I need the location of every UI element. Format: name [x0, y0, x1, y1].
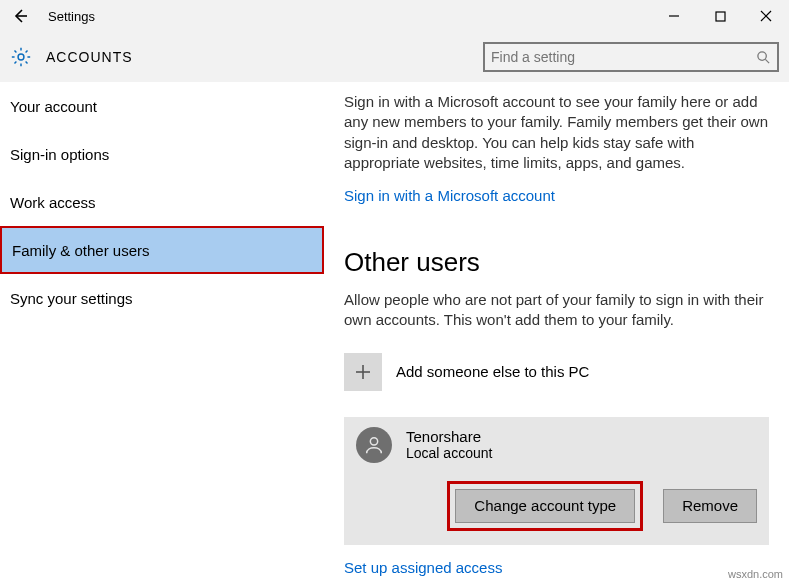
assigned-access-link[interactable]: Set up assigned access — [344, 559, 502, 576]
close-button[interactable] — [743, 0, 789, 32]
sidebar-item-label: Family & other users — [12, 242, 150, 259]
svg-line-6 — [765, 59, 769, 63]
avatar — [356, 427, 392, 463]
header: ACCOUNTS — [0, 32, 789, 82]
titlebar: Settings — [0, 0, 789, 32]
gear-icon — [8, 44, 34, 70]
search-box[interactable] — [483, 42, 779, 72]
sidebar-item-label: Sign-in options — [10, 146, 109, 163]
section-title: ACCOUNTS — [46, 49, 133, 65]
close-icon — [760, 10, 772, 22]
user-summary: Tenorshare Local account — [356, 427, 757, 463]
content: Your account Sign-in options Work access… — [0, 82, 789, 582]
sidebar-item-sync-settings[interactable]: Sync your settings — [0, 274, 324, 322]
minimize-icon — [668, 10, 680, 22]
other-users-heading: Other users — [344, 247, 769, 278]
window-controls — [651, 0, 789, 32]
maximize-icon — [715, 11, 726, 22]
back-button[interactable] — [0, 0, 40, 32]
highlight-frame: Change account type — [447, 481, 643, 531]
sidebar-item-label: Work access — [10, 194, 96, 211]
other-users-description: Allow people who are not part of your fa… — [344, 290, 769, 331]
sidebar-item-label: Your account — [10, 98, 97, 115]
arrow-left-icon — [12, 8, 28, 24]
add-user-row[interactable]: Add someone else to this PC — [344, 353, 769, 391]
minimize-button[interactable] — [651, 0, 697, 32]
add-user-label: Add someone else to this PC — [396, 363, 589, 380]
svg-point-4 — [18, 54, 24, 60]
user-actions: Change account type Remove — [356, 481, 757, 531]
sidebar: Your account Sign-in options Work access… — [0, 82, 324, 582]
user-text: Tenorshare Local account — [406, 428, 492, 461]
user-card[interactable]: Tenorshare Local account Change account … — [344, 417, 769, 545]
user-account-type: Local account — [406, 445, 492, 461]
plus-tile — [344, 353, 382, 391]
change-account-type-button[interactable]: Change account type — [455, 489, 635, 523]
svg-point-9 — [370, 437, 377, 444]
family-description: Sign in with a Microsoft account to see … — [344, 92, 769, 173]
signin-microsoft-link[interactable]: Sign in with a Microsoft account — [344, 187, 555, 204]
plus-icon — [354, 363, 372, 381]
main-panel: Sign in with a Microsoft account to see … — [324, 82, 789, 582]
sidebar-item-label: Sync your settings — [10, 290, 133, 307]
search-input[interactable] — [491, 49, 756, 65]
remove-button[interactable]: Remove — [663, 489, 757, 523]
svg-point-5 — [758, 51, 766, 59]
window-title: Settings — [40, 9, 95, 24]
sidebar-item-signin-options[interactable]: Sign-in options — [0, 130, 324, 178]
watermark: wsxdn.com — [728, 568, 783, 580]
sidebar-item-family-other-users[interactable]: Family & other users — [0, 226, 324, 274]
person-icon — [363, 434, 385, 456]
svg-rect-1 — [716, 12, 725, 21]
search-icon — [756, 50, 771, 65]
sidebar-item-your-account[interactable]: Your account — [0, 82, 324, 130]
sidebar-item-work-access[interactable]: Work access — [0, 178, 324, 226]
user-name: Tenorshare — [406, 428, 492, 445]
maximize-button[interactable] — [697, 0, 743, 32]
